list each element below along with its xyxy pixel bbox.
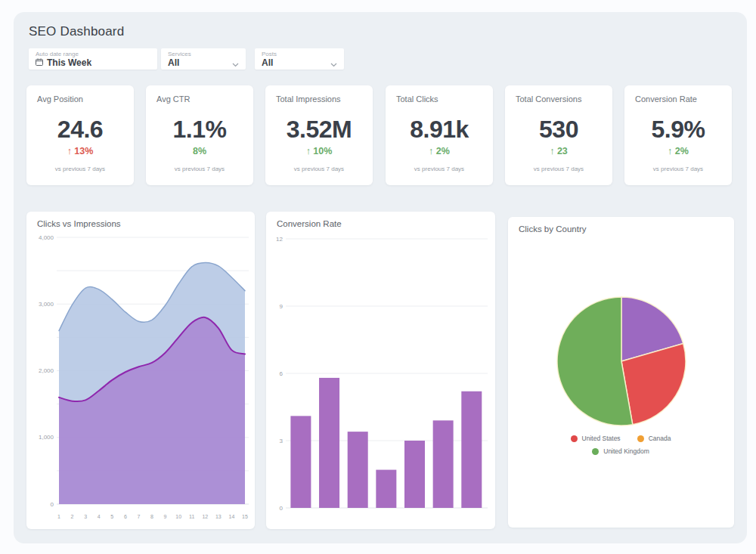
svg-text:15: 15	[242, 514, 248, 519]
kpi-change: ↑ 23	[505, 146, 612, 156]
svg-text:9: 9	[280, 303, 284, 310]
svg-text:11: 11	[189, 514, 194, 519]
area-chart: 01,0002,0003,0004,0001234567891011121314…	[26, 212, 255, 529]
kpi-card-total-impressions: Total Impressions 3.52M ↑ 10% vs previou…	[265, 85, 373, 185]
kpi-value: 8.91k	[386, 116, 493, 144]
svg-text:12: 12	[202, 514, 208, 519]
kpi-label: Total Impressions	[276, 94, 341, 104]
legend-item-united-states: United States	[571, 435, 621, 442]
kpi-card-avg-position: Avg Position 24.6 ↑ 13% vs previous 7 da…	[26, 85, 134, 185]
kpi-footnote: vs previous 7 days	[386, 166, 493, 172]
kpi-footnote: vs previous 7 days	[624, 166, 732, 172]
chevron-down-icon	[330, 57, 337, 70]
services-filter-label: Services	[168, 51, 239, 57]
kpi-card-total-conversions: Total Conversions 530 ↑ 23 vs previous 7…	[505, 85, 612, 185]
services-filter-value: All	[168, 57, 179, 68]
kpi-value: 3.52M	[265, 116, 373, 144]
svg-text:4,000: 4,000	[39, 234, 54, 241]
svg-text:14: 14	[229, 514, 235, 519]
calendar-icon	[36, 57, 43, 68]
kpi-change: ↑ 2%	[386, 146, 493, 156]
pie-chart	[508, 217, 734, 528]
kpi-footnote: vs previous 7 days	[146, 166, 253, 172]
clicks-by-country-chart-card: Clicks by Country United States Canada U…	[508, 217, 734, 528]
kpi-footnote: vs previous 7 days	[505, 166, 612, 172]
svg-text:3: 3	[84, 514, 87, 519]
svg-text:0: 0	[51, 501, 54, 508]
legend-dot-icon	[592, 448, 599, 455]
svg-text:9: 9	[164, 514, 167, 519]
services-filter[interactable]: Services All	[161, 48, 246, 70]
kpi-label: Total Conversions	[516, 94, 581, 104]
legend-dot-icon	[571, 435, 578, 442]
svg-text:1: 1	[57, 514, 60, 519]
svg-text:4: 4	[98, 514, 101, 519]
clicks-vs-impressions-chart-card: Clicks vs Impressions 01,0002,0003,0004,…	[26, 212, 255, 529]
legend-item-canada: Canada	[637, 435, 671, 442]
kpi-label: Total Clicks	[396, 94, 438, 104]
svg-text:8: 8	[150, 514, 153, 519]
kpi-change: ↑ 2%	[624, 146, 732, 156]
posts-filter-value: All	[262, 57, 273, 68]
legend-label: United Kingdom	[603, 447, 649, 455]
kpi-change: ↑ 10%	[265, 146, 373, 156]
svg-text:3: 3	[280, 438, 284, 444]
date-range-filter-label: Auto date range	[36, 51, 150, 57]
svg-text:0: 0	[280, 505, 284, 512]
page-title: SEO Dashboard	[29, 24, 124, 39]
kpi-label: Avg Position	[37, 94, 83, 104]
kpi-value: 530	[505, 116, 612, 144]
date-range-filter-value: This Week	[47, 57, 91, 68]
bar-chart: 036912	[266, 212, 495, 529]
kpi-label: Conversion Rate	[635, 94, 697, 104]
legend-item-united-kingdom: United Kingdom	[592, 447, 649, 455]
legend-label: United States	[582, 435, 621, 442]
svg-text:5: 5	[110, 514, 113, 519]
legend-label: Canada	[649, 435, 671, 442]
svg-text:7: 7	[137, 514, 140, 519]
svg-text:3,000: 3,000	[39, 301, 54, 308]
svg-text:2,000: 2,000	[39, 367, 54, 374]
date-range-filter[interactable]: Auto date range This Week	[29, 48, 157, 70]
svg-text:10: 10	[175, 514, 181, 519]
svg-text:2: 2	[71, 514, 74, 519]
svg-text:1,000: 1,000	[39, 434, 54, 441]
kpi-card-avg-ctr: Avg CTR 1.1% 8% vs previous 7 days	[146, 85, 253, 185]
kpi-footnote: vs previous 7 days	[265, 166, 373, 172]
svg-text:12: 12	[276, 236, 283, 243]
dashboard-container: SEO Dashboard Auto date range This Week …	[14, 12, 747, 543]
svg-text:13: 13	[215, 514, 222, 519]
posts-filter[interactable]: Posts All	[255, 48, 344, 70]
posts-filter-label: Posts	[262, 51, 337, 57]
kpi-label: Avg CTR	[156, 94, 190, 104]
svg-text:6: 6	[124, 514, 127, 519]
conversion-rate-chart-card: Conversion Rate 036912	[266, 212, 495, 529]
pie-legend: United States Canada United Kingdom	[534, 435, 708, 455]
kpi-footnote: vs previous 7 days	[26, 166, 134, 172]
kpi-card-total-clicks: Total Clicks 8.91k ↑ 2% vs previous 7 da…	[386, 85, 493, 185]
kpi-card-conversion-rate: Conversion Rate 5.9% ↑ 2% vs previous 7 …	[624, 85, 732, 185]
legend-dot-icon	[637, 435, 644, 442]
kpi-value: 1.1%	[146, 116, 253, 144]
kpi-change: 8%	[146, 146, 253, 156]
kpi-change: ↑ 13%	[26, 146, 134, 156]
svg-text:6: 6	[280, 370, 284, 377]
kpi-value: 24.6	[26, 116, 134, 144]
chevron-down-icon	[232, 57, 239, 70]
kpi-value: 5.9%	[624, 116, 732, 144]
